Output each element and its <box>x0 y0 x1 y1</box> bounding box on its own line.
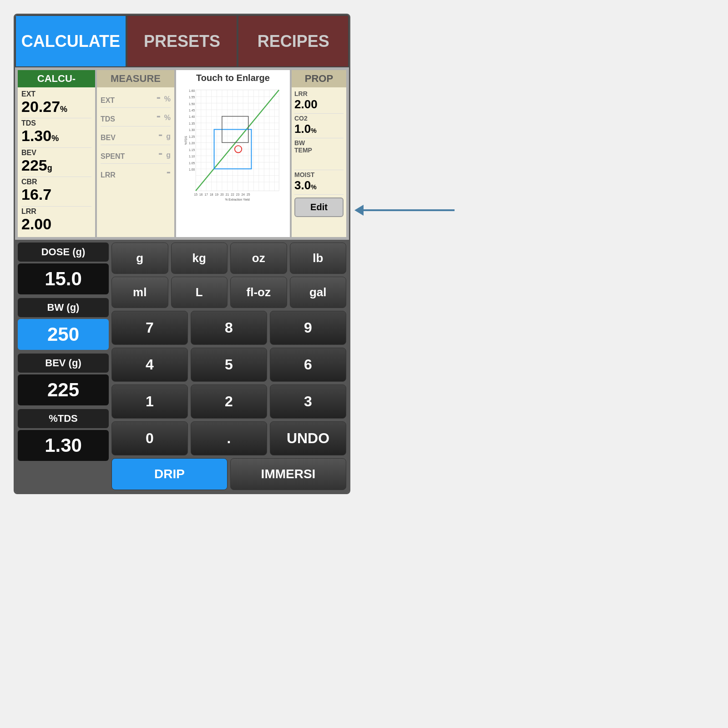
measure-header: MEASURE <box>97 70 174 87</box>
dose-item: DOSE (g) 15.0 <box>18 243 109 294</box>
calcu-tds: TDS 1.30% <box>21 118 91 147</box>
calcu-header: CALCU- <box>18 70 95 87</box>
top-nav: CALCULATE PRESETS RECIPES <box>15 15 349 67</box>
calcu-bev: BEV 225g <box>21 148 91 177</box>
svg-text:1.45: 1.45 <box>189 109 195 112</box>
num-row-0undo: 0 . UNDO <box>111 421 346 455</box>
dose-header: DOSE (g) <box>18 243 109 262</box>
svg-text:19: 19 <box>215 193 219 196</box>
svg-text:1.00: 1.00 <box>189 168 195 171</box>
arrow-line <box>364 209 455 211</box>
key-undo[interactable]: UNDO <box>270 421 346 455</box>
key-9[interactable]: 9 <box>270 311 346 345</box>
key-dot[interactable]: . <box>191 421 267 455</box>
num-row-456: 4 5 6 <box>111 348 346 382</box>
bw-header: BW (g) <box>18 298 109 317</box>
measure-ext: EXT - % <box>101 89 171 108</box>
svg-text:1.50: 1.50 <box>189 102 195 106</box>
key-floz[interactable]: fl-oz <box>230 277 287 308</box>
bev-value[interactable]: 225 <box>18 374 109 405</box>
label-column: DOSE (g) 15.0 BW (g) 250 BEV (g) 225 %TD… <box>18 243 109 490</box>
arrow-annotation <box>355 205 455 216</box>
key-kg[interactable]: kg <box>171 243 228 274</box>
svg-text:16: 16 <box>199 193 203 196</box>
dose-value[interactable]: 15.0 <box>18 263 109 294</box>
calcu-data: EXT 20.27% TDS 1.30% BEV <box>18 87 95 237</box>
key-gal[interactable]: gal <box>290 277 347 308</box>
svg-text:% Extraction Yield: % Extraction Yield <box>225 198 250 201</box>
bev-header: BEV (g) <box>18 354 109 373</box>
svg-text:1.25: 1.25 <box>189 135 195 138</box>
prop-column: PROP LRR 2.00 CO2 1.0% <box>292 70 346 237</box>
mode-immersi[interactable]: IMMERSI <box>230 458 346 490</box>
bw-item: BW (g) 250 <box>18 298 109 350</box>
svg-text:1.15: 1.15 <box>189 148 195 152</box>
unit-row-1: g kg oz lb <box>111 243 346 274</box>
arrow-head <box>354 205 364 216</box>
num-row-789: 7 8 9 <box>111 311 346 345</box>
calcu-ext: EXT 20.27% <box>21 89 91 118</box>
key-l[interactable]: L <box>171 277 228 308</box>
svg-text:24: 24 <box>241 193 245 196</box>
svg-text:1.55: 1.55 <box>189 96 195 99</box>
key-3[interactable]: 3 <box>270 384 346 419</box>
keypad-grid: g kg oz lb ml L fl-oz gal 7 8 9 <box>111 243 346 490</box>
prop-header: PROP <box>292 70 346 87</box>
tds-item: %TDS 1.30 <box>18 409 109 461</box>
chart-title[interactable]: Touch to Enlarge <box>176 70 290 86</box>
svg-text:15: 15 <box>194 193 197 196</box>
measure-bev: BEV - g <box>101 126 171 145</box>
key-ml[interactable]: ml <box>111 277 168 308</box>
svg-text:23: 23 <box>236 193 240 196</box>
prop-moist: MOIST 3.0% <box>294 170 344 195</box>
info-row: CALCU- EXT 20.27% TDS 1.30% <box>18 70 346 237</box>
calcu-cbr: CBR 16.7 <box>21 177 91 206</box>
bw-value[interactable]: 250 <box>18 319 109 350</box>
key-7[interactable]: 7 <box>111 311 188 345</box>
key-5[interactable]: 5 <box>191 348 267 382</box>
key-g[interactable]: g <box>111 243 168 274</box>
key-8[interactable]: 8 <box>191 311 267 345</box>
calcu-lrr: LRR 2.00 <box>21 207 91 235</box>
unit-row-2: ml L fl-oz gal <box>111 277 346 308</box>
mode-drip[interactable]: DRIP <box>111 458 228 490</box>
key-0[interactable]: 0 <box>111 421 188 455</box>
app-container: CALCULATE PRESETS RECIPES CALCU- EXT <box>14 14 350 494</box>
prop-bw-temp: BWTEMP <box>294 138 344 170</box>
calcu-column: CALCU- EXT 20.27% TDS 1.30% <box>18 70 95 237</box>
svg-text:1.30: 1.30 <box>189 128 195 131</box>
svg-text:21: 21 <box>226 193 229 196</box>
svg-text:1.40: 1.40 <box>189 115 195 118</box>
measure-tds: TDS - % <box>101 108 171 126</box>
key-6[interactable]: 6 <box>270 348 346 382</box>
tab-presets[interactable]: PRESETS <box>126 15 238 67</box>
edit-button[interactable]: Edit <box>294 197 344 217</box>
chart-column[interactable]: Touch to Enlarge <box>176 70 290 237</box>
prop-co2: CO2 1.0% <box>294 114 344 138</box>
svg-text:22: 22 <box>231 193 234 196</box>
mode-row: DRIP IMMERSI <box>111 458 346 490</box>
svg-text:1.10: 1.10 <box>189 155 195 158</box>
key-oz[interactable]: oz <box>230 243 287 274</box>
chart-area[interactable]: 1.60 1.55 1.50 1.45 1.40 1.35 1.30 1.25 … <box>176 86 290 237</box>
tab-recipes[interactable]: RECIPES <box>238 15 349 67</box>
svg-text:17: 17 <box>205 193 208 196</box>
key-4[interactable]: 4 <box>111 348 188 382</box>
tds-value[interactable]: 1.30 <box>18 430 109 461</box>
num-row-123: 1 2 3 <box>111 384 346 419</box>
tab-calculate[interactable]: CALCULATE <box>15 15 126 67</box>
svg-text:%TDS: %TDS <box>184 136 187 145</box>
prop-data: LRR 2.00 CO2 1.0% BWTEMP <box>292 87 346 237</box>
svg-text:25: 25 <box>247 193 250 196</box>
key-2[interactable]: 2 <box>191 384 267 419</box>
key-lb[interactable]: lb <box>290 243 347 274</box>
keypad-section: DOSE (g) 15.0 BW (g) 250 BEV (g) 225 %TD… <box>15 240 349 493</box>
measure-spent: SPENT - g <box>101 145 171 164</box>
measure-data: EXT - % TDS - % BEV <box>97 87 174 237</box>
tds-header: %TDS <box>18 409 109 428</box>
measure-column: MEASURE EXT - % TDS - % <box>97 70 174 237</box>
svg-text:20: 20 <box>220 193 224 196</box>
key-1[interactable]: 1 <box>111 384 188 419</box>
measure-lrr: LRR - <box>101 164 171 182</box>
svg-text:1.05: 1.05 <box>189 162 195 165</box>
